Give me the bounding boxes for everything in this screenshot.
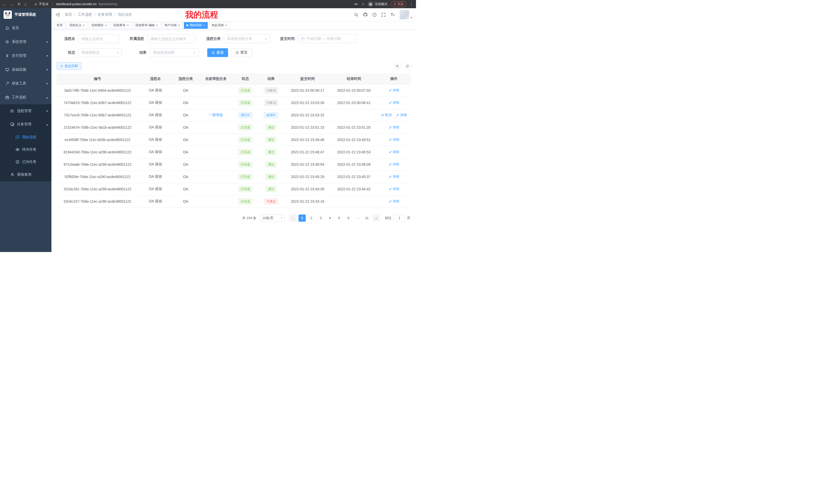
- browser-back-icon[interactable]: ←: [3, 2, 6, 6]
- search-button[interactable]: 搜索: [207, 48, 228, 57]
- tab[interactable]: 用户分组 ×: [162, 22, 183, 29]
- page-number[interactable]: 2: [308, 215, 315, 222]
- sidebar-item-workflow[interactable]: 工作流程 ▴: [0, 90, 51, 104]
- jump-page-input[interactable]: [394, 215, 405, 222]
- breadcrumb-item[interactable]: 任务管理: [98, 12, 112, 17]
- tab[interactable]: 流程表单 ×: [110, 22, 131, 29]
- user-icon: [10, 173, 15, 177]
- close-icon[interactable]: ×: [156, 24, 158, 27]
- help-icon[interactable]: ?: [372, 12, 377, 17]
- user-menu[interactable]: ▾: [399, 10, 412, 20]
- sidebar-item-payment[interactable]: 支付管理 ▾: [0, 49, 51, 63]
- header-search-icon[interactable]: [354, 12, 358, 17]
- page-number[interactable]: 1: [298, 215, 306, 222]
- browser-reload-icon[interactable]: ↻: [18, 2, 21, 6]
- cell-status: 已完成: [233, 134, 258, 146]
- category-select[interactable]: 请选择流程分类 ▾: [224, 34, 270, 43]
- detail-link[interactable]: 详情: [389, 174, 399, 179]
- detail-link[interactable]: 详情: [389, 150, 399, 155]
- process-name-input[interactable]: [81, 37, 116, 41]
- browser-update-button[interactable]: 更新: [391, 1, 407, 7]
- submit-time-range-picker[interactable]: 开始日期 - 结束日期: [298, 34, 356, 43]
- create-process-button[interactable]: 发起流程: [57, 62, 81, 70]
- page-size-select[interactable]: 10条/页 ▾: [260, 215, 285, 222]
- detail-link[interactable]: 详情: [389, 199, 399, 204]
- page-number[interactable]: 4: [326, 215, 334, 222]
- tab[interactable]: 我的流程 ×: [184, 22, 208, 29]
- sidebar-item-system[interactable]: 系统管理 ▾: [0, 35, 51, 49]
- table-row: 7470a810-7b9b-11ec-b5b7-acde48001122 OA …: [57, 96, 411, 109]
- detail-link[interactable]: 详情: [389, 125, 399, 130]
- detail-link[interactable]: 详情: [389, 137, 399, 142]
- column-header: 流程名: [138, 74, 173, 84]
- process-def-input[interactable]: [150, 37, 192, 41]
- current-task-link[interactable]: 一级审批: [209, 113, 223, 117]
- breadcrumb: 首页 / 工作流程 / 任务管理 / 我的流程: [65, 12, 132, 17]
- page-number[interactable]: 6: [345, 215, 352, 222]
- reset-button[interactable]: 重置: [231, 48, 252, 57]
- github-icon[interactable]: [363, 12, 368, 17]
- browser-home-icon[interactable]: ⌂: [24, 2, 27, 6]
- cell-process-id: 52ffd28e-7b9a-11ec-a290-acde48001122: [57, 171, 138, 183]
- app-logo-row[interactable]: 芋道管理系统: [0, 8, 51, 21]
- page-number[interactable]: ···: [354, 215, 361, 222]
- close-icon[interactable]: ×: [178, 24, 180, 27]
- sidebar-item-task-management[interactable]: 任务管理 ▴: [0, 118, 51, 131]
- detail-link[interactable]: 详情: [389, 88, 399, 93]
- breadcrumb-item[interactable]: 工作流程: [78, 12, 92, 17]
- sidebar-item-infrastructure[interactable]: 基础设施 ▾: [0, 63, 51, 77]
- cell-submit-time: 2022-01-22 23:43:16: [284, 195, 331, 207]
- page-number[interactable]: 11: [363, 215, 370, 222]
- next-page-button[interactable]: ›: [372, 215, 380, 222]
- fullscreen-icon[interactable]: [381, 12, 386, 17]
- edit-icon: [389, 200, 392, 203]
- cell-category: OA: [172, 96, 199, 109]
- cancel-link[interactable]: 取消: [381, 113, 392, 117]
- font-size-icon[interactable]: [390, 12, 395, 17]
- sidebar-item-done-tasks[interactable]: 已办任务: [0, 156, 51, 168]
- status-badge: 已完成: [238, 137, 253, 143]
- result-select[interactable]: 请选择流结果 ▾: [150, 48, 199, 57]
- passkey-icon[interactable]: [354, 2, 358, 6]
- sidebar-item-dev-tools[interactable]: 研发工具 ▾: [0, 77, 51, 90]
- tab[interactable]: 流程表单-编辑 ×: [133, 22, 161, 29]
- close-icon[interactable]: ×: [203, 24, 205, 27]
- prev-page-button[interactable]: ‹: [289, 215, 296, 222]
- detail-link[interactable]: 详情: [389, 187, 399, 191]
- detail-link[interactable]: 详情: [389, 101, 399, 105]
- tab[interactable]: 首页 ×: [54, 22, 65, 29]
- browser-menu-icon[interactable]: ⋮: [410, 2, 413, 6]
- status-placeholder: 请选择状态: [81, 50, 100, 55]
- cell-process-name: OA 请假: [138, 109, 173, 121]
- sidebar-item-label: 系统管理: [12, 39, 44, 44]
- sidebar-item-my-process[interactable]: 我的流程: [0, 131, 51, 143]
- tab[interactable]: 流程模型 ×: [89, 22, 109, 29]
- status-select[interactable]: 请选择状态 ▾: [78, 48, 122, 57]
- sidebar-item-leave-query[interactable]: 请假查询: [0, 168, 51, 181]
- column-header: 状态: [233, 74, 258, 84]
- update-label: 更新: [397, 2, 404, 6]
- bookmark-star-icon[interactable]: ☆: [362, 2, 365, 6]
- close-icon[interactable]: ×: [127, 24, 129, 27]
- browser-forward-icon[interactable]: →: [10, 2, 14, 6]
- close-icon[interactable]: ×: [105, 24, 107, 27]
- tab[interactable]: 流程定义 ×: [67, 22, 87, 29]
- page-number[interactable]: 3: [317, 215, 324, 222]
- refresh-table-button[interactable]: [404, 63, 411, 69]
- url-bar[interactable]: ⚠ 不安全 | dashboard.yudao.iocoder.cn/bpm/t…: [34, 2, 118, 6]
- status-badge: 已完成: [238, 198, 253, 204]
- toggle-search-button[interactable]: [394, 63, 401, 69]
- close-icon[interactable]: ×: [83, 24, 85, 27]
- detail-link[interactable]: 详情: [389, 162, 399, 167]
- tab[interactable]: 发起流程 ×: [209, 22, 230, 29]
- sidebar-item-todo-tasks[interactable]: 待办任务: [0, 143, 51, 156]
- detail-link[interactable]: 详情: [396, 113, 407, 117]
- sidebar-item-home[interactable]: 首页: [0, 21, 51, 35]
- close-icon[interactable]: ×: [225, 24, 227, 27]
- breadcrumb-item[interactable]: 首页: [65, 12, 72, 17]
- sidebar-item-process-management[interactable]: 流程管理 ▾: [0, 104, 51, 118]
- cell-category: OA: [172, 171, 199, 183]
- edit-icon: [389, 175, 392, 178]
- sidebar-toggle-icon[interactable]: [55, 12, 60, 17]
- page-number[interactable]: 5: [336, 215, 343, 222]
